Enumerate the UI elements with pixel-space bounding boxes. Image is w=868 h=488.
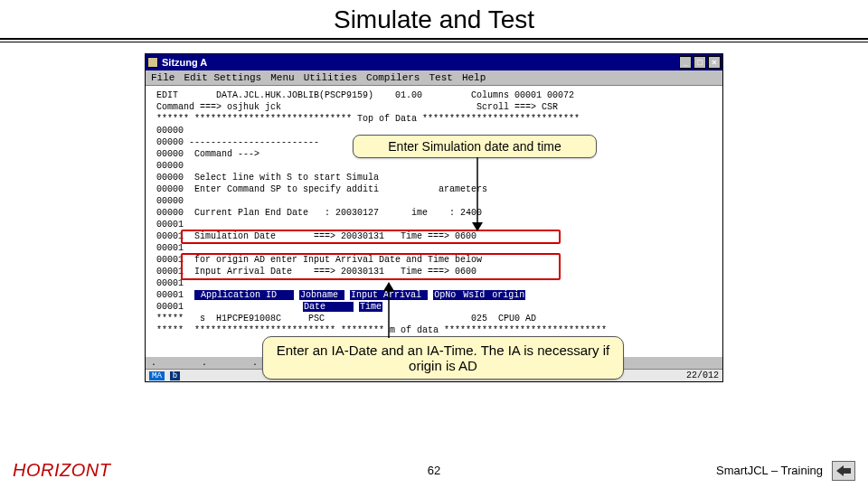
term-line: ***** ************************** *******…	[151, 324, 717, 336]
term-line: 00000	[151, 160, 717, 172]
menu-edit-settings[interactable]: Edit Settings	[184, 72, 261, 83]
svg-marker-2	[383, 282, 394, 291]
term-line: EDIT DATA.JCL.HUK.JOBLIB(PSCP9159) 01.00…	[151, 89, 717, 101]
rule-thin	[0, 42, 868, 42]
svg-marker-1	[472, 222, 483, 231]
maximize-button[interactable]: □	[693, 56, 706, 69]
menubar: File Edit Settings Menu Utilities Compil…	[146, 70, 722, 86]
menu-utilities[interactable]: Utilities	[304, 72, 357, 83]
status-indicator: b	[170, 371, 180, 380]
svg-marker-4	[836, 465, 851, 476]
arrow-up-icon	[380, 282, 398, 338]
brand-logo: HORIZONT	[13, 460, 110, 481]
term-line: 00000 Select line with S to start Simula	[151, 172, 717, 183]
minimize-button[interactable]: _	[679, 56, 692, 69]
term-line: Command ===> osjhuk jck Scroll ===> CSR	[151, 101, 717, 113]
menu-compilers[interactable]: Compilers	[366, 72, 420, 83]
callout-simulation: Enter Simulation date and time	[353, 135, 597, 158]
menu-menu[interactable]: Menu	[270, 72, 294, 83]
window-titlebar: Sitzung A _ □ ×	[146, 54, 722, 70]
arrow-left-icon	[836, 465, 851, 476]
highlight-input-arrival	[181, 253, 561, 280]
cursor-position: 22/012	[686, 371, 719, 380]
term-line: ****** ***************************** Top…	[151, 113, 717, 125]
page-number: 62	[428, 464, 440, 477]
close-button[interactable]: ×	[708, 56, 721, 69]
slide-title: Simulate and Test	[0, 0, 868, 38]
screenshot-container: Sitzung A _ □ × File Edit Settings Menu …	[145, 53, 723, 382]
menu-test[interactable]: Test	[429, 72, 452, 83]
window-title: Sitzung A	[162, 57, 207, 68]
system-icon	[147, 57, 158, 68]
terminal-body: EDIT DATA.JCL.HUK.JOBLIB(PSCP9159) 01.00…	[146, 86, 722, 357]
term-line: 00000	[151, 195, 717, 207]
menu-help[interactable]: Help	[462, 72, 486, 83]
term-line: 00000 Enter Command SP to specify additi…	[151, 183, 717, 195]
footer: HORIZONT 62 SmartJCL – Training	[0, 460, 868, 481]
term-line: 00001 Date Time	[151, 301, 717, 313]
term-line: ***** s H1PCPE91008C PSC 025 CPU0 AD	[151, 313, 717, 324]
term-line: 00001 Application ID Jobname Input Arriv…	[151, 289, 717, 301]
status-indicator: MA	[149, 371, 165, 380]
footer-course: SmartJCL – Training	[716, 464, 823, 477]
terminal-window: Sitzung A _ □ × File Edit Settings Menu …	[145, 53, 723, 382]
highlight-simulation-date	[181, 230, 561, 244]
callout-ia: Enter an IA-Date and an IA-Time. The IA …	[262, 336, 624, 380]
menu-file[interactable]: File	[151, 72, 175, 83]
rule-thick	[0, 38, 868, 40]
term-line: 00000 Current Plan End Date : 20030127 i…	[151, 207, 717, 219]
arrow-down-icon	[468, 157, 486, 231]
back-button[interactable]	[832, 461, 855, 481]
